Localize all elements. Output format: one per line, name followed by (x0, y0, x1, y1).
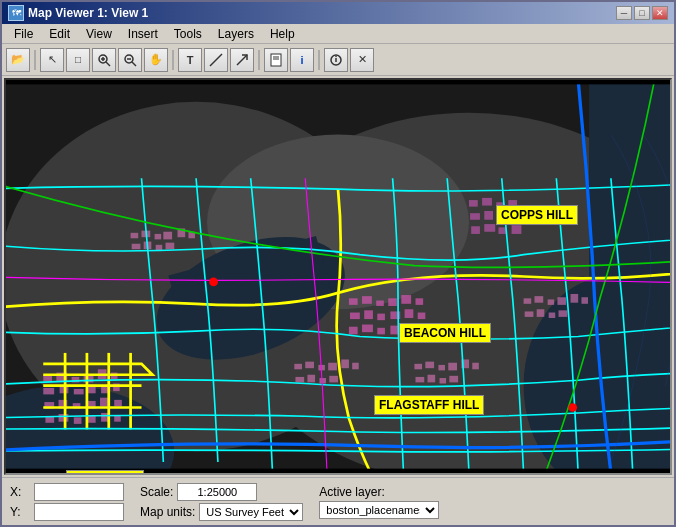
svg-rect-93 (352, 363, 359, 370)
svg-rect-56 (377, 314, 385, 321)
scale-input[interactable] (177, 483, 257, 501)
minimize-button[interactable]: ─ (616, 6, 632, 20)
menu-insert[interactable]: Insert (120, 25, 166, 43)
svg-rect-66 (469, 200, 478, 207)
pan-button[interactable]: ✋ (144, 48, 168, 72)
menu-bar: File Edit View Insert Tools Layers Help (2, 24, 674, 44)
text-tool-button[interactable]: T (178, 48, 202, 72)
toolbar-sep-1 (172, 50, 174, 70)
map-units-select[interactable]: US Survey Feet Meters Miles Kilometers (199, 503, 303, 521)
svg-rect-84 (132, 244, 141, 249)
svg-rect-52 (401, 295, 411, 304)
toolbar-sep-0 (34, 50, 36, 70)
svg-rect-94 (295, 377, 304, 382)
x-label: X: (10, 485, 30, 499)
svg-rect-60 (349, 327, 358, 335)
svg-rect-115 (537, 309, 545, 317)
svg-rect-9 (271, 54, 281, 66)
beacon-hill-label: BEACON HILL (399, 323, 491, 343)
map-canvas: COPPS HILL BEACON HILL FLAGSTAFF HILL 'B… (6, 80, 670, 473)
svg-rect-91 (328, 363, 337, 371)
zoom-in-button[interactable] (92, 48, 116, 72)
scale-label: Scale: (140, 485, 173, 499)
menu-help[interactable]: Help (262, 25, 303, 43)
svg-rect-87 (166, 243, 175, 250)
clear-button[interactable]: ✕ (350, 48, 374, 72)
map-units-label: Map units: (140, 505, 195, 519)
info-button[interactable]: i (290, 48, 314, 72)
svg-rect-108 (524, 298, 532, 303)
active-layer-select[interactable]: boston_placenames streets buildings wate… (319, 501, 439, 519)
y-input[interactable] (34, 503, 124, 521)
svg-rect-49 (362, 296, 372, 304)
svg-rect-78 (131, 233, 139, 238)
x-input[interactable] (34, 483, 124, 501)
map-area[interactable]: COPPS HILL BEACON HILL FLAGSTAFF HILL 'B… (4, 78, 672, 475)
svg-rect-50 (376, 301, 384, 306)
back-bay-label: 'BACK BAY' (66, 470, 144, 475)
svg-line-7 (210, 54, 222, 66)
menu-view[interactable]: View (78, 25, 120, 43)
svg-rect-75 (484, 224, 495, 232)
open-button[interactable]: 📂 (6, 48, 30, 72)
svg-rect-97 (329, 376, 338, 383)
svg-rect-110 (548, 299, 555, 304)
svg-rect-55 (364, 310, 373, 319)
menu-file[interactable]: File (6, 25, 41, 43)
select-tool-button[interactable]: ↖ (40, 48, 64, 72)
close-button[interactable]: ✕ (652, 6, 668, 20)
main-window: 🗺 Map Viewer 1: View 1 ─ □ ✕ File Edit V… (0, 0, 676, 527)
svg-rect-41 (114, 400, 122, 407)
toolbar-sep-3 (318, 50, 320, 70)
svg-point-118 (209, 278, 218, 287)
svg-rect-89 (305, 362, 314, 369)
toolbar: 📂 ↖ □ ✋ T i ✕ (2, 44, 674, 76)
svg-rect-76 (498, 227, 506, 234)
svg-rect-116 (549, 313, 556, 318)
active-layer-label: Active layer: (319, 485, 384, 499)
svg-rect-99 (425, 362, 434, 369)
svg-rect-111 (557, 297, 566, 305)
toolbar-sep-2 (258, 50, 260, 70)
coordinates-group: X: Y: (10, 483, 124, 521)
title-bar: 🗺 Map Viewer 1: View 1 ─ □ ✕ (2, 2, 674, 24)
status-bar: X: Y: Scale: Map units: US Survey Feet M… (2, 477, 674, 525)
svg-rect-43 (59, 414, 69, 422)
menu-layers[interactable]: Layers (210, 25, 262, 43)
menu-edit[interactable]: Edit (41, 25, 78, 43)
svg-rect-95 (307, 375, 315, 383)
scale-group: Scale: Map units: US Survey Feet Meters … (140, 483, 303, 521)
menu-tools[interactable]: Tools (166, 25, 210, 43)
identify-button[interactable] (324, 48, 348, 72)
svg-rect-67 (482, 198, 492, 206)
svg-rect-30 (43, 388, 54, 395)
svg-rect-44 (74, 417, 82, 424)
svg-rect-88 (294, 364, 302, 369)
svg-rect-112 (571, 294, 579, 303)
svg-line-1 (106, 62, 110, 66)
svg-rect-113 (581, 297, 588, 304)
maximize-button[interactable]: □ (634, 6, 650, 20)
flagstaff-hill-label: FLAGSTAFF HILL (374, 395, 484, 415)
map-background-svg (6, 80, 670, 473)
svg-rect-86 (156, 245, 163, 250)
svg-rect-53 (416, 298, 424, 305)
svg-rect-62 (377, 328, 385, 335)
copps-hill-label: COPPS HILL (496, 205, 578, 225)
svg-rect-92 (341, 359, 349, 368)
svg-rect-48 (349, 298, 358, 305)
arrow-tool-button[interactable] (230, 48, 254, 72)
page-button[interactable] (264, 48, 288, 72)
svg-rect-105 (428, 375, 436, 383)
select-box-button[interactable]: □ (66, 48, 90, 72)
svg-rect-80 (155, 234, 162, 239)
svg-rect-100 (438, 365, 445, 370)
line-tool-button[interactable] (204, 48, 228, 72)
svg-rect-74 (471, 226, 480, 234)
svg-rect-103 (472, 363, 479, 370)
svg-point-121 (568, 403, 577, 412)
svg-rect-114 (525, 311, 534, 316)
svg-rect-71 (484, 211, 493, 220)
zoom-out-button[interactable] (118, 48, 142, 72)
svg-rect-61 (362, 325, 373, 333)
